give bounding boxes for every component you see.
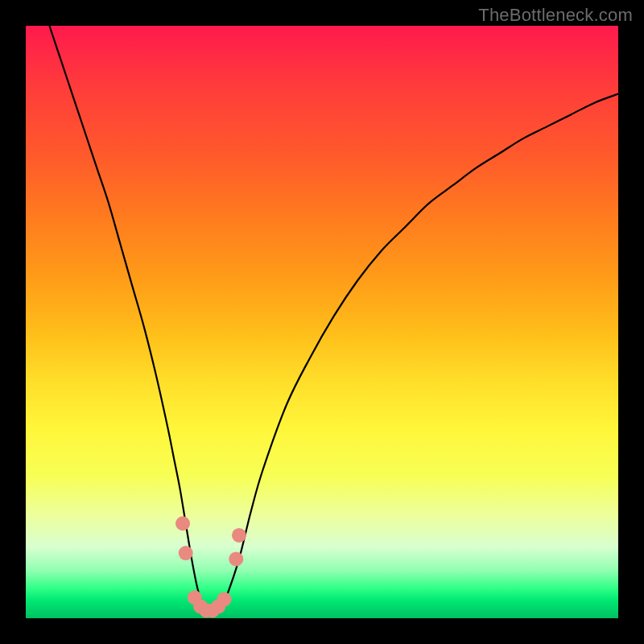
chart-frame: TheBottleneck.com <box>0 0 644 644</box>
curve-markers <box>175 516 246 617</box>
curve-marker <box>229 551 243 566</box>
curve-marker <box>217 592 232 606</box>
curve-marker <box>232 528 246 543</box>
curve-marker <box>175 516 190 530</box>
bottleneck-curve <box>49 26 618 613</box>
bottleneck-curve-svg <box>26 26 618 618</box>
watermark-text: TheBottleneck.com <box>478 5 633 26</box>
plot-area <box>26 26 618 618</box>
curve-marker <box>179 546 193 560</box>
